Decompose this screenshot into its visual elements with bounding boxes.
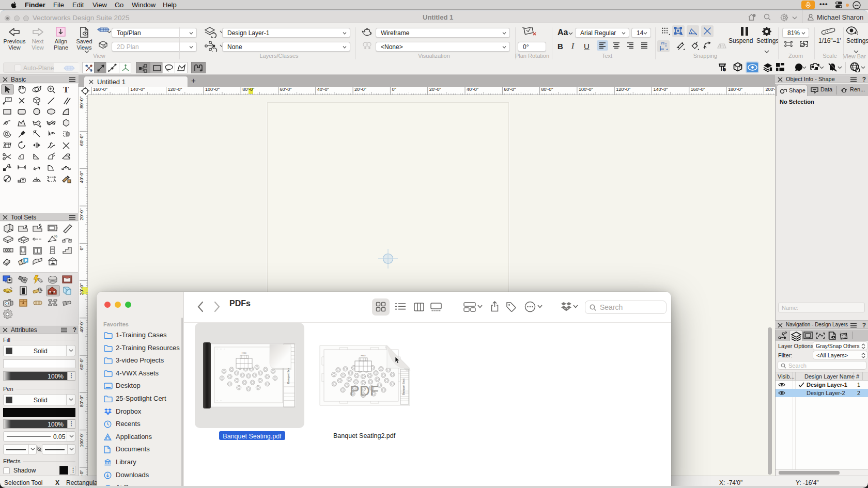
svg-text:60'-0": 60'-0" [280, 87, 292, 92]
svg-text:HEAD: HEAD [361, 355, 366, 357]
svg-text:Banquet Seat: Banquet Seat [287, 367, 290, 384]
svg-text:Banquet Seat: Banquet Seat [402, 379, 405, 395]
svg-text:120'-0": 120'-0" [616, 87, 630, 92]
svg-text:60'-0": 60'-0" [504, 87, 516, 92]
svg-text:40'-0": 40'-0" [79, 321, 84, 333]
svg-text:140'-0": 140'-0" [654, 87, 668, 92]
svg-text:60'-0": 60'-0" [79, 134, 84, 146]
svg-text:160'-0": 160'-0" [93, 87, 107, 92]
svg-text:200'-0": 200'-0" [765, 87, 775, 92]
svg-text:40'-0": 40'-0" [79, 171, 84, 183]
svg-text:40'-0": 40'-0" [467, 87, 478, 92]
svg-text:120'-0": 120'-0" [168, 87, 182, 92]
svg-text:HEAD: HEAD [242, 352, 247, 354]
svg-text:PDF: PDF [350, 383, 379, 399]
svg-text:180'-0": 180'-0" [728, 87, 742, 92]
svg-text:120'-0": 120'-0" [79, 470, 84, 476]
svg-text:80'-0": 80'-0" [79, 97, 84, 108]
svg-text:20'-0": 20'-0" [79, 284, 84, 295]
svg-text:0": 0" [79, 246, 84, 250]
svg-text:40'-0": 40'-0" [317, 87, 329, 92]
svg-text:100'-0": 100'-0" [79, 433, 84, 447]
svg-text:60'-0": 60'-0" [79, 358, 84, 370]
svg-text:100'-0": 100'-0" [205, 87, 220, 92]
svg-text:20'-0": 20'-0" [79, 209, 84, 221]
svg-text:80'-0": 80'-0" [541, 87, 553, 92]
svg-text:80'-0": 80'-0" [242, 87, 254, 92]
svg-text:3: 3 [723, 68, 725, 72]
svg-text:100'-0": 100'-0" [579, 87, 593, 92]
svg-text:0": 0" [392, 87, 396, 92]
svg-text:80'-0": 80'-0" [79, 395, 84, 407]
svg-text:160'-0": 160'-0" [691, 87, 705, 92]
svg-text:P: P [25, 259, 27, 262]
svg-text:20'-0": 20'-0" [429, 87, 441, 92]
svg-text:140'-0": 140'-0" [130, 87, 145, 92]
svg-text:%: % [54, 234, 57, 239]
svg-text:20'-0": 20'-0" [354, 87, 366, 92]
svg-text:T: T [63, 85, 69, 94]
